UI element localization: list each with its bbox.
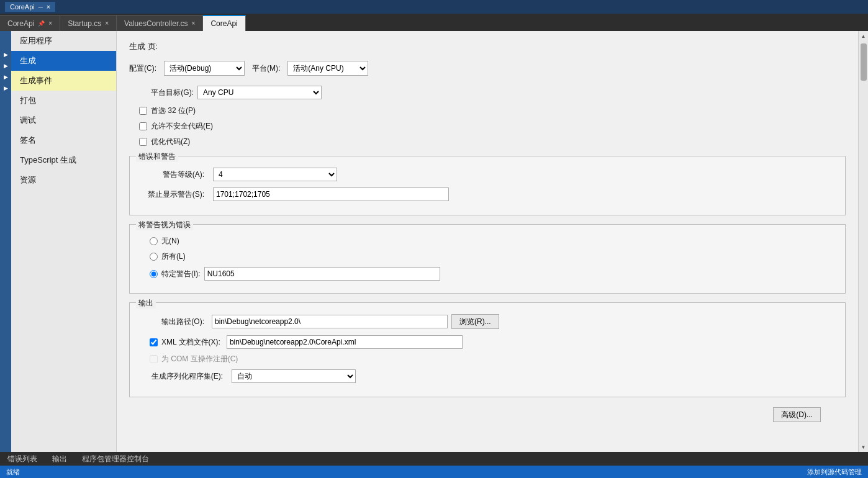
prefer32-label: 首选 32 位(P) (151, 106, 196, 116)
left-icons-strip: ▶ ▶ ▶ ▶ (0, 31, 11, 452)
com-interop-checkbox[interactable] (150, 355, 158, 363)
platform-target-row: 平台目标(G): Any CPU (129, 86, 846, 99)
xml-doc-label: XML 文档文件(X): (161, 337, 220, 348)
tab-close-icon[interactable]: × (48, 20, 52, 27)
suppress-warnings-label: 禁止显示警告(S): (140, 189, 208, 200)
sidebar-item-application[interactable]: 应用程序 (11, 31, 116, 51)
optimize-code-checkbox[interactable] (139, 138, 147, 146)
tab-label: ValuesController.cs (124, 19, 188, 28)
tab-pin-icon[interactable]: 📌 (38, 20, 45, 27)
browse-button[interactable]: 浏览(R)... (451, 314, 499, 329)
tab-startup[interactable]: Startup.cs × (60, 15, 117, 31)
search-icon[interactable]: ▶ (2, 61, 9, 71)
explorer-icon[interactable]: ▶ (2, 50, 9, 60)
tab-label: CoreApi (7, 19, 34, 28)
radio-specific-row: 特定警告(I): (140, 267, 835, 281)
pin-icon[interactable]: ─ (38, 4, 43, 11)
config-label: 配置(C): (129, 63, 156, 74)
scroll-down-arrow[interactable]: ▼ (859, 442, 868, 452)
warning-level-label: 警告等级(A): (140, 169, 208, 180)
treat-warnings-section: 将警告视为错误 无(N) 所有(L) 特定警告(I): (129, 224, 846, 294)
specific-warnings-input[interactable] (204, 267, 440, 281)
tab-label: CoreApi (210, 19, 237, 28)
status-bar: 就绪 添加到源代码管理 (0, 466, 868, 478)
com-interop-row: 为 COM 互操作注册(C) (140, 354, 835, 364)
optimize-code-label: 优化代码(Z) (151, 137, 190, 147)
config-select[interactable]: 活动(Debug) (164, 61, 245, 76)
unsafe-code-label: 允许不安全代码(E) (151, 121, 213, 132)
platform-target-select[interactable]: Any CPU (197, 86, 322, 99)
sidebar-item-package[interactable]: 打包 (11, 91, 116, 110)
errors-warnings-title: 错误和警告 (136, 151, 178, 162)
title-tab: CoreApi ─ × (5, 2, 55, 12)
radio-specific-label: 特定警告(I): (161, 269, 201, 279)
errors-warnings-section: 错误和警告 警告等级(A): 4 禁止显示警告(S): (129, 156, 846, 215)
radio-none-label: 无(N) (161, 236, 179, 246)
radio-all-label: 所有(L) (161, 251, 186, 262)
treat-warnings-form: 无(N) 所有(L) 特定警告(I): (140, 232, 835, 281)
content-area: 生成 页: 配置(C): 活动(Debug) 平台(M): 活动(Any CPU… (117, 31, 858, 452)
sidebar-item-resources[interactable]: 资源 (11, 170, 116, 190)
bottom-tab-output[interactable]: 输出 (50, 453, 70, 466)
sidebar-item-signing[interactable]: 签名 (11, 130, 116, 150)
radio-all-row: 所有(L) (140, 251, 835, 262)
advanced-button[interactable]: 高级(D)... (773, 407, 821, 422)
unsafe-code-checkbox[interactable] (139, 122, 147, 130)
serializer-label: 生成序列化程序集(E): (140, 371, 227, 382)
radio-specific[interactable] (150, 270, 158, 278)
output-path-input[interactable] (212, 315, 448, 328)
xml-doc-row: XML 文档文件(X): (140, 335, 835, 349)
bottom-tab-errors[interactable]: 错误列表 (5, 453, 40, 466)
scroll-thumb[interactable] (861, 43, 867, 81)
suppress-warnings-input[interactable] (213, 187, 449, 201)
sidebar-item-debug[interactable]: 调试 (11, 110, 116, 130)
prefer32-row: 首选 32 位(P) (129, 106, 846, 116)
radio-none[interactable] (150, 237, 158, 245)
unsafe-code-row: 允许不安全代码(E) (129, 121, 846, 132)
scroll-up-arrow[interactable]: ▲ (859, 31, 868, 41)
radio-all[interactable] (150, 253, 158, 261)
tab-coreapi-active[interactable]: CoreApi (203, 15, 245, 31)
tab-valuescontroller[interactable]: ValuesController.cs × (117, 15, 203, 31)
tab-close-icon[interactable]: × (105, 20, 109, 27)
content-inner: 生成 页: 配置(C): 活动(Debug) 平台(M): 活动(Any CPU… (117, 31, 858, 438)
tab-close-icon[interactable]: × (192, 20, 196, 27)
output-form: 输出路径(O): 浏览(R)... XML 文档文件(X): 为 COM 互操作… (140, 310, 835, 383)
title-tab-label: CoreApi (10, 3, 35, 11)
status-right: 添加到源代码管理 (807, 467, 862, 477)
source-control-icon[interactable]: ▶ (2, 72, 9, 82)
sidebar-item-typescript[interactable]: TypeScript 生成 (11, 150, 116, 170)
sidebar-item-build-events[interactable]: 生成事件 (11, 71, 116, 91)
output-path-label: 输出路径(O): (140, 317, 208, 327)
advanced-button-row: 高级(D)... (129, 407, 846, 422)
optimize-code-row: 优化代码(Z) (129, 137, 846, 147)
platform-select[interactable]: 活动(Any CPU) (287, 61, 368, 76)
platform-label: 平台(M): (252, 63, 280, 74)
xml-doc-input[interactable] (227, 335, 463, 349)
xml-doc-checkbox[interactable] (150, 338, 158, 346)
status-left: 就绪 (6, 467, 20, 477)
suppress-warnings-row: 禁止显示警告(S): (140, 187, 835, 201)
run-icon[interactable]: ▶ (2, 83, 9, 93)
config-platform-row: 配置(C): 活动(Debug) 平台(M): 活动(Any CPU) (129, 61, 846, 76)
bottom-tab-package-manager[interactable]: 程序包管理器控制台 (79, 453, 151, 466)
serializer-select[interactable]: 自动 (232, 369, 356, 383)
bottom-tabs: 错误列表 输出 程序包管理器控制台 (0, 452, 868, 466)
sidebar-item-build[interactable]: 生成 (11, 51, 116, 71)
warning-level-row: 警告等级(A): 4 (140, 168, 835, 181)
radio-none-row: 无(N) (140, 236, 835, 246)
platform-target-label: 平台目标(G): (129, 88, 197, 98)
tab-bar: CoreApi 📌 × Startup.cs × ValuesControlle… (0, 14, 868, 31)
treat-warnings-title: 将警告视为错误 (136, 220, 193, 230)
sidebar: 应用程序 生成 生成事件 打包 调试 签名 TypeScript 生成 资源 (11, 31, 117, 452)
prefer32-checkbox[interactable] (139, 107, 147, 115)
tab-label: Startup.cs (68, 19, 101, 28)
errors-warnings-form: 警告等级(A): 4 禁止显示警告(S): (140, 164, 835, 201)
warning-level-select[interactable]: 4 (213, 168, 337, 181)
scrollbar[interactable]: ▲ ▼ (858, 31, 868, 452)
output-section: 输出 输出路径(O): 浏览(R)... XML 文档文件(X): (129, 302, 846, 397)
serializer-row: 生成序列化程序集(E): 自动 (140, 369, 835, 383)
output-path-row: 输出路径(O): 浏览(R)... (140, 314, 835, 329)
tab-coreapi-pin[interactable]: CoreApi 📌 × (0, 15, 60, 31)
close-icon[interactable]: × (47, 3, 50, 11)
